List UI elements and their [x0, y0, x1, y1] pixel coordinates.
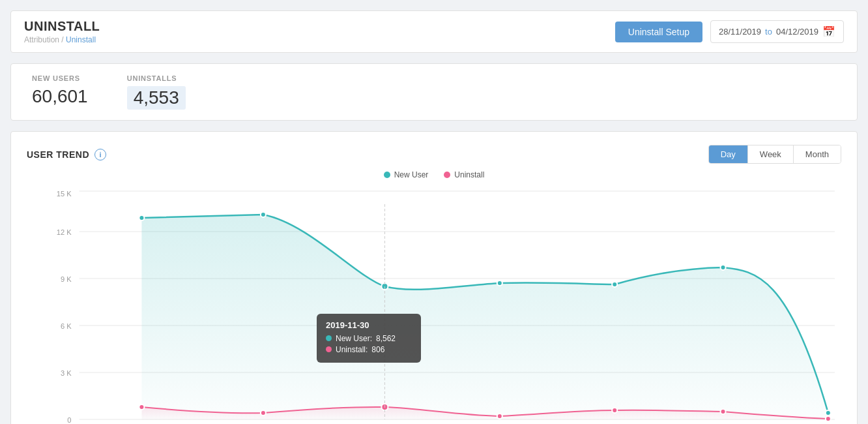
svg-text:9 K: 9 K [61, 275, 72, 283]
uninstall-dot-4 [497, 414, 502, 419]
new-user-dot-5 [612, 282, 617, 287]
new-users-value: 60,601 [32, 86, 88, 107]
calendar-icon: 📅 [822, 25, 835, 38]
uninstall-dot-5 [612, 408, 617, 413]
new-user-area [141, 215, 828, 419]
breadcrumb-prefix: Attribution / [24, 35, 66, 44]
chart-title-area: USER TREND i [27, 149, 106, 160]
stats-card: NEW USERS 60,601 UNINSTALLS 4,553 [10, 63, 858, 121]
svg-text:6 K: 6 K [61, 322, 72, 330]
breadcrumb-link[interactable]: Uninstall [66, 35, 96, 44]
breadcrumb: Attribution / Uninstall [24, 35, 100, 44]
chart-title: USER TREND [27, 149, 89, 160]
new-user-dot-7 [826, 410, 831, 416]
uninstall-dot-7 [826, 416, 831, 421]
new-user-legend-dot [384, 172, 390, 178]
header-right: Uninstall Setup 28/11/2019 to 04/12/2019… [615, 20, 844, 43]
date-to-text: to [765, 27, 772, 37]
new-user-legend-label: New User [394, 170, 429, 179]
page-container: UNINSTALL Attribution / Uninstall Uninst… [10, 10, 858, 424]
svg-text:15 K: 15 K [57, 190, 72, 198]
uninstall-setup-button[interactable]: Uninstall Setup [615, 22, 702, 42]
chart-svg: 0 3 K 6 K 9 K 12 K 15 K 2019-11-28 2019-… [27, 185, 841, 424]
header-left: UNINSTALL Attribution / Uninstall [24, 19, 100, 44]
uninstall-legend-label: Uninstall [454, 170, 484, 179]
date-to: 04/12/2019 [776, 27, 818, 37]
info-icon[interactable]: i [94, 149, 106, 160]
new-user-dot-1 [139, 215, 144, 220]
legend-uninstall: Uninstall [444, 170, 484, 179]
page-title: UNINSTALL [24, 19, 100, 34]
time-buttons: Day Week Month [708, 145, 841, 164]
uninstalls-value: 4,553 [127, 86, 186, 110]
week-button[interactable]: Week [748, 145, 794, 163]
date-range[interactable]: 28/11/2019 to 04/12/2019 📅 [710, 20, 844, 43]
chart-svg-container: 0 3 K 6 K 9 K 12 K 15 K 2019-11-28 2019-… [27, 185, 841, 424]
header: UNINSTALL Attribution / Uninstall Uninst… [10, 10, 858, 53]
day-button[interactable]: Day [709, 145, 748, 163]
uninstall-dot-6 [721, 409, 726, 414]
svg-text:3 K: 3 K [61, 369, 72, 377]
new-user-dot-6 [721, 265, 726, 270]
uninstall-legend-dot [444, 172, 450, 178]
chart-card: USER TREND i Day Week Month New User Uni… [10, 131, 858, 424]
new-user-dot-4 [497, 280, 502, 286]
stat-uninstalls: UNINSTALLS 4,553 [127, 74, 186, 110]
uninstalls-label: UNINSTALLS [127, 74, 186, 82]
legend-new-user: New User [384, 170, 429, 179]
svg-text:0: 0 [67, 416, 71, 424]
chart-header: USER TREND i Day Week Month [27, 145, 841, 164]
stat-new-users: NEW USERS 60,601 [32, 74, 88, 110]
date-from: 28/11/2019 [719, 27, 761, 37]
uninstall-dot-1 [139, 404, 144, 410]
new-user-dot-2 [261, 212, 266, 217]
uninstall-dot-2 [261, 410, 266, 416]
month-button[interactable]: Month [794, 145, 841, 163]
new-users-label: NEW USERS [32, 74, 88, 82]
svg-text:12 K: 12 K [57, 228, 72, 236]
chart-legend: New User Uninstall [27, 170, 841, 179]
